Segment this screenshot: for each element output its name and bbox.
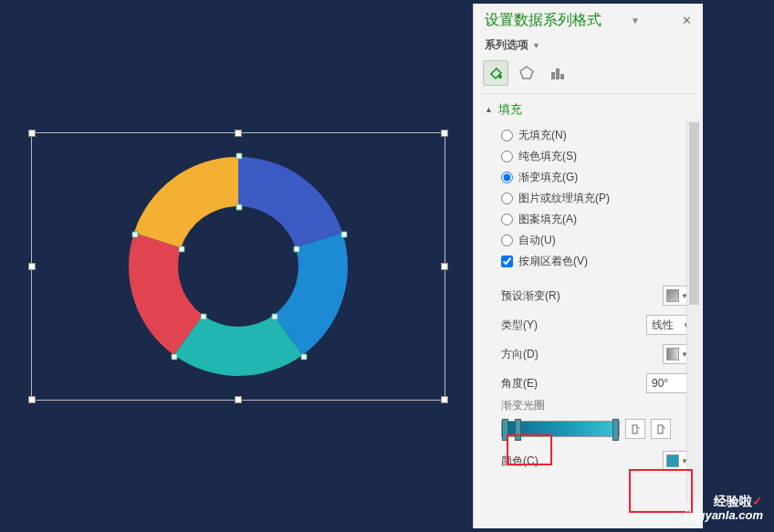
panel-scrollbar[interactable] [686,119,701,502]
preset-gradient-label: 预设渐变(R) [501,288,663,304]
add-stop-button[interactable] [625,419,645,439]
watermark: 经验啦✓ jingyanla.com [684,494,763,523]
gradient-stops-label: 渐变光圈 [474,398,703,413]
no-fill-option[interactable]: 无填充(N) [501,125,696,146]
resize-handle[interactable] [441,396,448,403]
effects-tab[interactable] [514,60,539,86]
series-options-label: 系列选项 [485,37,528,53]
data-point-handle[interactable] [179,246,185,253]
angle-label: 角度(E) [501,376,646,391]
close-icon[interactable]: ✕ [682,14,692,27]
svg-rect-5 [633,425,637,433]
chevron-down-icon: ▼ [532,41,540,50]
fill-options: 无填充(N) 纯色填充(S) 渐变填充(G) 图片或纹理填充(P) 图案填充(A… [474,125,703,272]
series-options-tab[interactable] [545,60,570,86]
scrollbar-thumb[interactable] [689,122,699,305]
paint-bucket-icon [487,65,504,81]
resize-handle[interactable] [28,263,36,270]
gradient-fill-option[interactable]: 渐变填充(G) [501,167,696,188]
data-point-handle[interactable] [272,314,278,320]
picture-fill-option[interactable]: 图片或纹理填充(P) [501,188,696,209]
data-point-handle[interactable] [301,354,308,360]
svg-rect-6 [658,425,663,433]
format-data-series-panel: 设置数据系列格式 ▼ ✕ 系列选项 ▼ ▲ 填充 无填充(N) 纯色填充(S) … [473,4,703,528]
gradient-settings: 预设渐变(R) ▼ 类型(Y) 线性▼ 方向(D) ▼ 角度(E) 90° [474,272,703,398]
svg-marker-1 [520,67,533,78]
color-label: 颜色(C) [501,454,663,469]
chart-selection[interactable] [31,132,445,401]
bar-chart-icon [549,65,566,81]
series-options-dropdown[interactable]: 系列选项 ▼ [474,34,703,57]
resize-handle[interactable] [28,396,36,403]
gradient-stop[interactable] [515,419,521,441]
chart-slice[interactable] [238,157,342,248]
format-tabs [474,57,703,93]
data-point-handle[interactable] [236,153,243,160]
resize-handle[interactable] [441,263,448,270]
chart-slice[interactable] [134,157,238,248]
gradient-stop[interactable] [612,419,619,441]
type-label: 类型(Y) [501,318,646,333]
resize-handle[interactable] [441,130,448,137]
vary-colors-option[interactable]: 按扇区着色(V) [501,251,696,272]
data-point-handle[interactable] [132,232,139,238]
data-point-handle[interactable] [236,204,243,211]
svg-rect-4 [560,74,564,79]
color-swatch-icon [666,454,679,467]
pentagon-icon [518,65,535,81]
data-point-handle[interactable] [201,314,207,320]
direction-swatch-icon [666,348,679,360]
add-stop-icon [630,423,641,434]
solid-fill-option[interactable]: 纯色填充(S) [501,146,696,167]
auto-fill-option[interactable]: 自动(U) [501,230,696,251]
data-point-handle[interactable] [294,246,300,253]
svg-point-0 [498,75,502,78]
doughnut-chart[interactable] [120,148,357,385]
fill-label: 填充 [498,101,522,118]
data-point-handle[interactable] [172,354,178,360]
fill-line-tab[interactable] [483,60,508,86]
svg-rect-3 [556,68,560,79]
pattern-fill-option[interactable]: 图案填充(A) [501,209,696,230]
resize-handle[interactable] [28,130,36,137]
remove-stop-icon [655,423,666,434]
direction-label: 方向(D) [501,347,663,362]
data-point-handle[interactable] [341,232,348,238]
panel-menu-icon[interactable]: ▼ [631,16,640,26]
resize-handle[interactable] [235,396,242,403]
collapse-icon: ▲ [485,105,493,114]
gradient-stop[interactable] [502,419,508,441]
svg-rect-2 [551,72,555,79]
panel-title: 设置数据系列格式 [485,11,601,30]
gradient-bar[interactable] [501,421,620,437]
remove-stop-button[interactable] [651,419,671,439]
resize-handle[interactable] [235,130,242,137]
fill-section-header[interactable]: ▲ 填充 [474,94,703,125]
color-swatch-icon [666,289,679,302]
